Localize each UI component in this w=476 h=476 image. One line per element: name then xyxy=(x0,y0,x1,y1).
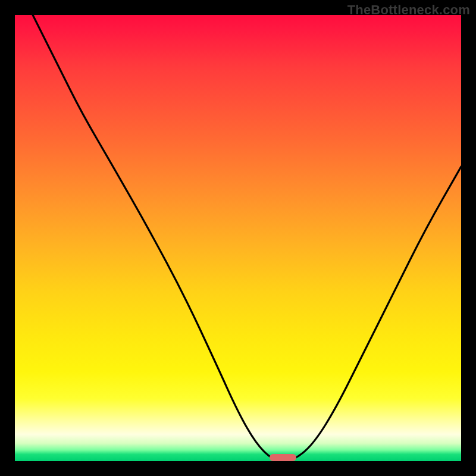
plot-area xyxy=(15,15,461,461)
watermark-text: TheBottleneck.com xyxy=(347,2,470,18)
bottleneck-curve xyxy=(15,15,461,461)
chart-frame: TheBottleneck.com xyxy=(0,0,476,476)
optimal-marker xyxy=(270,454,296,461)
